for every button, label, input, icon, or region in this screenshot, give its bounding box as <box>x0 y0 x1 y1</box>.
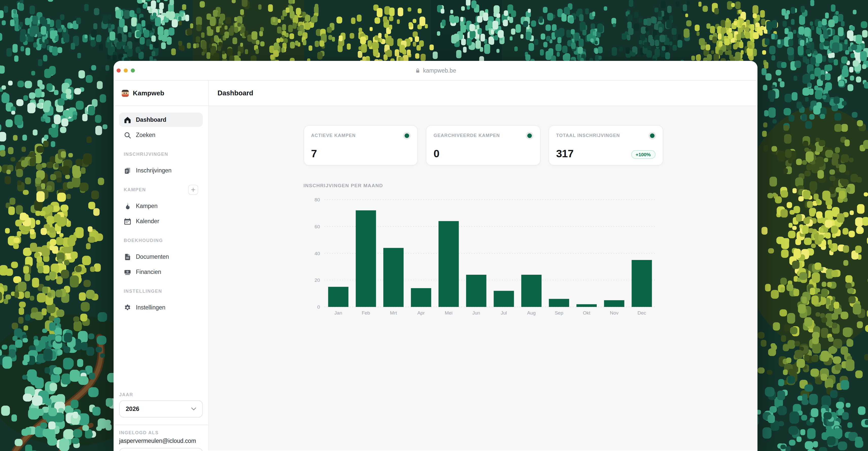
sidebar-item-inschrijvingen[interactable]: Inschrijvingen <box>119 163 203 178</box>
x-axis-label: Jun <box>472 310 480 315</box>
y-axis-tick: 40 <box>314 251 320 256</box>
x-axis-label: Sep <box>554 310 563 315</box>
x-axis-label: Mei <box>444 310 452 315</box>
sidebar-section-inschrijvingen: INSCHRIJVINGEN <box>119 149 203 159</box>
lock-icon <box>415 68 421 73</box>
sidebar-item-kalender[interactable]: Kalender <box>119 214 203 228</box>
sidebar-item-documenten[interactable]: Documenten <box>119 249 203 264</box>
page-title: Dashboard <box>218 89 253 97</box>
sidebar-section-kampen: KAMPEN <box>119 185 203 195</box>
stat-label: ACTIEVE KAMPEN <box>311 132 356 138</box>
bar-chart: 020406080JanFebMrtAprMeiJunJulAugSepOktN… <box>304 191 663 319</box>
x-axis-label: Okt <box>583 310 590 315</box>
y-axis-tick: 80 <box>314 197 320 203</box>
logged-in-label: INGELOGD ALS <box>119 430 203 435</box>
sidebar: Kampweb DashboardZoekenINSCHRIJVINGENIns… <box>114 81 209 450</box>
app-logo-avatar <box>122 90 129 97</box>
search-icon <box>124 131 131 139</box>
sidebar-section-instellingen: INSTELLINGEN <box>119 286 203 296</box>
close-button[interactable] <box>117 68 121 72</box>
dashboard-content: ACTIEVE KAMPEN 7 GEARCHIVEERDE KAMPEN <box>209 106 757 450</box>
x-axis-label: Jul <box>500 310 506 315</box>
url-text: kampweb.be <box>423 67 456 73</box>
y-axis-tick: 60 <box>314 224 320 229</box>
stat-value: 7 <box>311 148 317 159</box>
x-axis-label: Mrt <box>390 310 397 315</box>
bar-sep <box>549 299 569 307</box>
sidebar-footer: JAAR 2026 INGELOGD ALS jaspervermeulen@i… <box>114 392 208 450</box>
stat-cards: ACTIEVE KAMPEN 7 GEARCHIVEERDE KAMPEN <box>304 125 663 166</box>
gear-icon <box>124 304 131 311</box>
stat-card-actieve-kampen: ACTIEVE KAMPEN 7 <box>304 125 418 166</box>
trend-badge: +100% <box>631 150 655 159</box>
screen: kampweb.be Kampweb DashboardZoekenINSCHR… <box>0 0 868 451</box>
bar-apr <box>411 288 431 307</box>
sidebar-item-dashboard[interactable]: Dashboard <box>119 113 203 127</box>
bar-jun <box>466 275 486 307</box>
window-controls <box>114 68 135 72</box>
stat-card-gearchiveerde-kampen: GEARCHIVEERDE KAMPEN 0 <box>426 125 540 166</box>
x-axis-label: Feb <box>362 310 370 315</box>
sidebar-item-zoeken[interactable]: Zoeken <box>119 128 203 142</box>
bar-mei <box>438 221 459 307</box>
minimize-button[interactable] <box>124 68 128 72</box>
chevron-down-icon <box>191 408 196 411</box>
year-select[interactable]: 2026 <box>119 400 203 418</box>
status-dot-icon <box>527 133 532 138</box>
y-axis-tick: 20 <box>314 277 320 283</box>
sidebar-nav: DashboardZoekenINSCHRIJVINGENInschrijvin… <box>114 106 208 392</box>
bar-aug <box>521 275 541 307</box>
banknote-icon <box>124 268 131 276</box>
add-kamp-button[interactable] <box>188 185 198 195</box>
bar-dec <box>631 260 652 307</box>
zoom-button[interactable] <box>131 68 135 72</box>
status-dot-icon <box>650 133 654 138</box>
calendar-icon <box>124 217 131 225</box>
year-label: JAAR <box>119 392 203 397</box>
bar-nov <box>604 300 624 307</box>
stat-value: 317 <box>556 148 574 159</box>
document-icon <box>124 253 131 261</box>
bar-okt <box>576 304 596 307</box>
chart-title: INSCHRIJVINGEN PER MAAND <box>304 183 663 188</box>
stat-card-totaal-inschrijvingen: TOTAAL INSCHRIJVINGEN 317 +100% <box>549 125 663 166</box>
clipboard-icon <box>124 167 131 174</box>
x-axis-label: Apr <box>417 310 425 315</box>
sidebar-item-financien[interactable]: Financien <box>119 265 203 279</box>
status-dot-icon <box>405 133 409 138</box>
address-bar[interactable]: kampweb.be <box>415 67 456 73</box>
year-value: 2026 <box>126 405 139 413</box>
sidebar-item-instellingen[interactable]: Instellingen <box>119 300 203 314</box>
x-axis-label: Dec <box>637 310 646 315</box>
browser-window: kampweb.be Kampweb DashboardZoekenINSCHR… <box>114 61 757 451</box>
logged-in-email: jaspervermeulen@icloud.com <box>119 438 203 444</box>
bar-mrt <box>383 248 403 307</box>
browser-chrome: kampweb.be <box>114 61 757 81</box>
x-axis-label: Jan <box>334 310 342 315</box>
x-axis-label: Aug <box>527 310 535 315</box>
app-name: Kampweb <box>133 89 164 97</box>
bar-jul <box>493 291 514 307</box>
divider <box>114 425 208 425</box>
stat-label: TOTAAL INSCHRIJVINGEN <box>556 132 620 138</box>
sidebar-item-kampen[interactable]: Kampen <box>119 199 203 213</box>
x-axis-label: Nov <box>610 310 618 315</box>
home-icon <box>124 116 131 123</box>
sidebar-bottom-button[interactable] <box>119 448 203 451</box>
main-content: Dashboard ACTIEVE KAMPEN 7 <box>209 81 757 450</box>
stat-value: 0 <box>433 148 439 159</box>
bar-jan <box>328 287 348 307</box>
bar-feb <box>355 210 376 307</box>
y-axis-tick: 0 <box>317 304 320 310</box>
stat-label: GEARCHIVEERDE KAMPEN <box>433 132 500 138</box>
app-logo[interactable]: Kampweb <box>114 81 208 106</box>
flame-icon <box>124 202 131 210</box>
page-header: Dashboard <box>209 81 757 106</box>
sidebar-section-boekhouding: BOEKHOUDING <box>119 235 203 245</box>
